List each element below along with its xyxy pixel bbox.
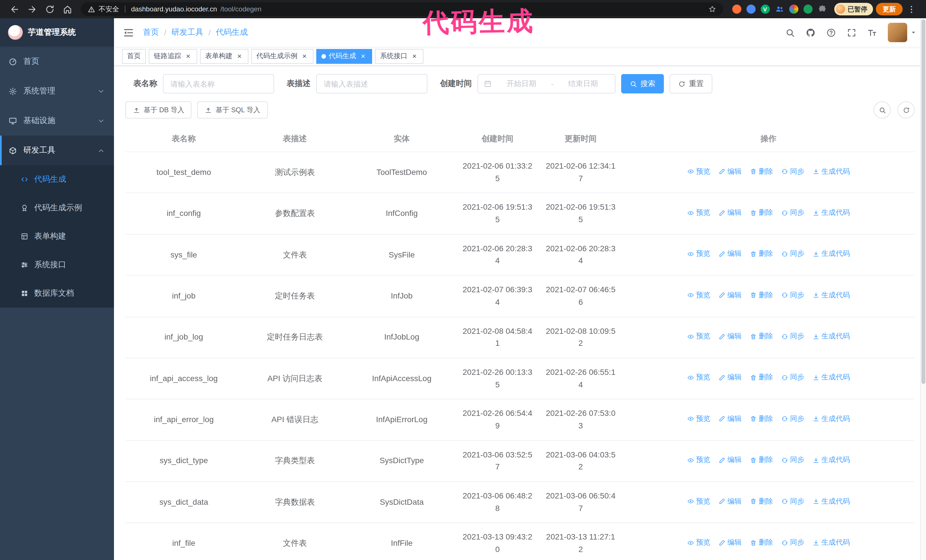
table-name-input[interactable] bbox=[163, 74, 274, 94]
scrollbar[interactable] bbox=[920, 18, 926, 560]
extension-icon[interactable] bbox=[732, 5, 741, 14]
row-action-generate[interactable]: 生成代码 bbox=[812, 372, 850, 383]
scrollbar-thumb[interactable] bbox=[921, 20, 925, 384]
row-action-delete[interactable]: 删除 bbox=[750, 249, 773, 260]
tab-home[interactable]: 首页 bbox=[122, 49, 146, 63]
avatar-caret-icon[interactable] bbox=[910, 29, 917, 36]
font-size-icon[interactable] bbox=[867, 28, 877, 37]
sidebar-item-api[interactable]: 系统接口 bbox=[0, 251, 114, 279]
sidebar-item-home[interactable]: 首页 bbox=[0, 47, 114, 76]
breadcrumb-item-codegen[interactable]: 代码生成 bbox=[216, 27, 248, 38]
row-action-delete[interactable]: 删除 bbox=[750, 166, 773, 177]
row-action-edit[interactable]: 编辑 bbox=[718, 249, 741, 260]
row-action-preview[interactable]: 预览 bbox=[687, 207, 710, 219]
row-action-generate[interactable]: 生成代码 bbox=[812, 496, 850, 507]
row-action-preview[interactable]: 预览 bbox=[687, 331, 710, 342]
row-action-generate[interactable]: 生成代码 bbox=[812, 454, 850, 466]
row-action-generate[interactable]: 生成代码 bbox=[812, 331, 850, 342]
row-action-delete[interactable]: 删除 bbox=[750, 372, 773, 383]
row-action-sync[interactable]: 同步 bbox=[781, 290, 804, 301]
close-icon[interactable]: × bbox=[300, 52, 308, 60]
row-action-sync[interactable]: 同步 bbox=[781, 372, 804, 383]
row-action-delete[interactable]: 删除 bbox=[750, 207, 773, 219]
github-icon[interactable] bbox=[806, 28, 816, 37]
sidebar-item-form-builder[interactable]: 表单构建 bbox=[0, 222, 114, 251]
row-action-generate[interactable]: 生成代码 bbox=[812, 414, 850, 425]
kebab-menu-icon[interactable] bbox=[906, 4, 916, 14]
tab-tracer[interactable]: 链路追踪× bbox=[149, 49, 197, 63]
row-action-preview[interactable]: 预览 bbox=[687, 290, 710, 301]
row-action-delete[interactable]: 删除 bbox=[750, 331, 773, 342]
extension-icon[interactable]: V bbox=[761, 5, 770, 14]
row-action-sync[interactable]: 同步 bbox=[781, 331, 804, 342]
row-action-preview[interactable]: 预览 bbox=[687, 249, 710, 260]
sidebar-item-system[interactable]: 系统管理 bbox=[0, 76, 114, 106]
row-action-sync[interactable]: 同步 bbox=[781, 166, 804, 177]
table-desc-input[interactable] bbox=[316, 74, 427, 94]
sidebar-item-devtools[interactable]: 研发工具 bbox=[0, 136, 114, 165]
fullscreen-icon[interactable] bbox=[847, 28, 856, 37]
extension-icon[interactable] bbox=[746, 5, 755, 14]
close-icon[interactable]: × bbox=[184, 52, 192, 60]
row-action-edit[interactable]: 编辑 bbox=[718, 166, 741, 177]
sidebar-item-db-doc[interactable]: 数据库文档 bbox=[0, 279, 114, 308]
browser-back-icon[interactable] bbox=[10, 4, 20, 14]
sidebar-toggle-icon[interactable] bbox=[123, 27, 134, 38]
import-db-button[interactable]: 基于 DB 导入 bbox=[126, 101, 192, 118]
row-action-delete[interactable]: 删除 bbox=[750, 290, 773, 301]
tab-form-builder[interactable]: 表单构建× bbox=[200, 49, 248, 63]
row-action-edit[interactable]: 编辑 bbox=[718, 496, 741, 507]
row-action-preview[interactable]: 预览 bbox=[687, 414, 710, 425]
row-action-sync[interactable]: 同步 bbox=[781, 454, 804, 466]
refresh-table-button[interactable] bbox=[897, 101, 915, 118]
header-search-icon[interactable] bbox=[785, 28, 795, 37]
row-action-sync[interactable]: 同步 bbox=[781, 537, 804, 548]
tab-api[interactable]: 系统接口× bbox=[375, 49, 424, 63]
bookmark-star-icon[interactable] bbox=[708, 5, 716, 13]
sidebar-item-codegen-example[interactable]: 代码生成示例 bbox=[0, 194, 114, 222]
user-avatar[interactable] bbox=[888, 23, 907, 42]
date-range-picker[interactable]: 开始日期 - 结束日期 bbox=[478, 74, 616, 94]
extension-icon[interactable] bbox=[803, 5, 812, 14]
close-icon[interactable]: × bbox=[235, 52, 243, 60]
row-action-preview[interactable]: 预览 bbox=[687, 496, 710, 507]
breadcrumb-item-devtools[interactable]: 研发工具 bbox=[171, 27, 203, 38]
row-action-sync[interactable]: 同步 bbox=[781, 414, 804, 425]
browser-forward-icon[interactable] bbox=[27, 4, 37, 14]
row-action-sync[interactable]: 同步 bbox=[781, 207, 804, 219]
row-action-edit[interactable]: 编辑 bbox=[718, 414, 741, 425]
reset-button[interactable]: 重置 bbox=[670, 74, 712, 94]
extension-icon[interactable] bbox=[817, 5, 826, 14]
address-bar[interactable]: 不安全 dashboard.yudao.iocoder.cn/tool/code… bbox=[81, 2, 723, 16]
row-action-generate[interactable]: 生成代码 bbox=[812, 207, 850, 219]
row-action-edit[interactable]: 编辑 bbox=[718, 331, 741, 342]
row-action-edit[interactable]: 编辑 bbox=[718, 537, 741, 548]
row-action-edit[interactable]: 编辑 bbox=[718, 454, 741, 466]
help-icon[interactable] bbox=[826, 28, 836, 37]
browser-home-icon[interactable] bbox=[63, 4, 73, 14]
row-action-generate[interactable]: 生成代码 bbox=[812, 166, 850, 177]
close-icon[interactable]: × bbox=[359, 52, 367, 60]
tab-codegen-example[interactable]: 代码生成示例× bbox=[251, 49, 313, 63]
row-action-generate[interactable]: 生成代码 bbox=[812, 249, 850, 260]
row-action-generate[interactable]: 生成代码 bbox=[812, 537, 850, 548]
row-action-delete[interactable]: 删除 bbox=[750, 496, 773, 507]
sidebar-item-infra[interactable]: 基础设施 bbox=[0, 106, 114, 136]
profile-paused-badge[interactable]: 已暂停 bbox=[834, 3, 873, 15]
row-action-preview[interactable]: 预览 bbox=[687, 166, 710, 177]
row-action-delete[interactable]: 删除 bbox=[750, 454, 773, 466]
row-action-delete[interactable]: 删除 bbox=[750, 537, 773, 548]
close-icon[interactable]: × bbox=[410, 52, 418, 60]
row-action-sync[interactable]: 同步 bbox=[781, 496, 804, 507]
row-action-sync[interactable]: 同步 bbox=[781, 249, 804, 260]
row-action-edit[interactable]: 编辑 bbox=[718, 290, 741, 301]
update-button[interactable]: 更新 bbox=[876, 3, 903, 15]
search-button[interactable]: 搜索 bbox=[621, 74, 664, 94]
row-action-preview[interactable]: 预览 bbox=[687, 454, 710, 466]
tab-codegen[interactable]: 代码生成× bbox=[316, 49, 372, 63]
extension-icon[interactable] bbox=[775, 5, 784, 14]
import-sql-button[interactable]: 基于 SQL 导入 bbox=[197, 101, 268, 118]
row-action-preview[interactable]: 预览 bbox=[687, 372, 710, 383]
extension-icon[interactable] bbox=[789, 5, 798, 14]
toggle-search-button[interactable] bbox=[873, 101, 891, 118]
